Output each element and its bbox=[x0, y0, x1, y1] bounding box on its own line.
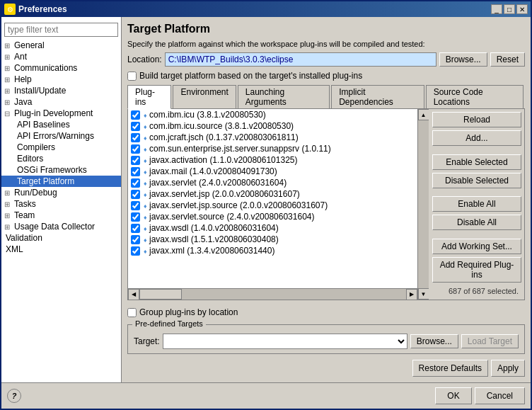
plugin-checkbox[interactable] bbox=[131, 110, 140, 120]
scroll-track[interactable] bbox=[139, 289, 406, 300]
sidebar-item-xml[interactable]: XML bbox=[1, 244, 121, 255]
plugin-icon: ⬧ bbox=[143, 110, 148, 119]
sidebar-item-plugin-dev[interactable]: ⊟ Plug-in Development bbox=[1, 108, 121, 119]
build-target-row: Build target platform based on the targe… bbox=[127, 71, 525, 81]
tab-environment[interactable]: Environment bbox=[173, 85, 236, 108]
footer: ? OK Cancel bbox=[1, 382, 531, 409]
right-panel: Target Platform Specify the platform aga… bbox=[122, 17, 531, 382]
plugin-list[interactable]: ⬧ com.ibm.icu (3.8.1.v20080530) ⬧ com.ib… bbox=[128, 109, 417, 288]
scroll-up-button[interactable]: ▲ bbox=[418, 109, 429, 120]
plugin-checkbox[interactable] bbox=[131, 224, 140, 233]
load-target-button[interactable]: Load Target bbox=[461, 334, 519, 348]
ok-button[interactable]: OK bbox=[435, 387, 471, 404]
sidebar-item-ant[interactable]: ⊞ Ant bbox=[1, 51, 121, 62]
sidebar-item-editors[interactable]: Editors bbox=[1, 153, 121, 164]
minimize-button[interactable]: _ bbox=[491, 4, 502, 14]
sidebar-item-usage[interactable]: ⊞ Usage Data Collector bbox=[1, 221, 121, 232]
sidebar-item-help[interactable]: ⊞ Help bbox=[1, 74, 121, 85]
plugin-icon: ⬧ bbox=[143, 246, 148, 255]
apply-button[interactable]: Apply bbox=[491, 360, 525, 377]
plugin-name: javax.wsdl (1.5.1.v200806030408) bbox=[149, 234, 279, 244]
expand-icon: ⊟ bbox=[4, 110, 13, 118]
search-input[interactable] bbox=[4, 23, 118, 37]
sidebar-item-target-platform[interactable]: Target Platform bbox=[1, 176, 121, 187]
reload-button[interactable]: Reload bbox=[432, 112, 521, 127]
scroll-right-button[interactable]: ▶ bbox=[406, 289, 417, 300]
group-checkbox-row: Group plug-ins by location bbox=[127, 304, 525, 320]
disable-selected-button[interactable]: Disable Selected bbox=[432, 173, 521, 188]
restore-defaults-button[interactable]: Restore Defaults bbox=[412, 360, 488, 377]
scroll-left-button[interactable]: ◀ bbox=[128, 289, 139, 300]
sidebar-item-tasks[interactable]: ⊞ Tasks bbox=[1, 198, 121, 210]
plugin-icon: ⬧ bbox=[143, 167, 148, 176]
plugin-checkbox[interactable] bbox=[131, 246, 140, 256]
enable-selected-button[interactable]: Enable Selected bbox=[432, 154, 521, 170]
list-item: ⬧ javax.wsdl (1.5.1.v200806030408) bbox=[128, 234, 417, 245]
plugin-checkbox[interactable] bbox=[131, 235, 140, 244]
plugin-checkbox[interactable] bbox=[131, 178, 140, 188]
plugin-checkbox[interactable] bbox=[131, 122, 140, 131]
plugin-name: com.sun.enterprise.jst.server.sunappsrv … bbox=[149, 144, 331, 154]
add-button[interactable]: Add... bbox=[432, 130, 521, 146]
maximize-button[interactable]: □ bbox=[504, 4, 515, 14]
window-title: Preferences bbox=[18, 4, 67, 14]
cancel-button[interactable]: Cancel bbox=[475, 387, 525, 404]
scroll-thumb[interactable] bbox=[139, 289, 182, 300]
plugin-checkbox[interactable] bbox=[131, 156, 140, 165]
expand-icon: ⊞ bbox=[4, 64, 13, 72]
horizontal-scrollbar[interactable]: ◀ ▶ bbox=[128, 288, 417, 300]
vertical-scrollbar[interactable]: ▲ ▼ bbox=[417, 109, 429, 300]
sidebar-item-team[interactable]: ⊞ Team bbox=[1, 210, 121, 221]
search-box bbox=[4, 23, 118, 37]
browse-target-button[interactable]: Browse... bbox=[410, 334, 458, 348]
disable-all-button[interactable]: Disable All bbox=[432, 215, 521, 230]
browse-button[interactable]: Browse... bbox=[439, 52, 487, 67]
location-row: Location: Browse... Reset bbox=[127, 52, 525, 67]
location-label: Location: bbox=[127, 55, 162, 64]
sidebar-item-install-update[interactable]: ⊞ Install/Update bbox=[1, 85, 121, 96]
location-input[interactable] bbox=[165, 52, 436, 67]
enable-all-button[interactable]: Enable All bbox=[432, 196, 521, 212]
plugin-icon: ⬧ bbox=[143, 133, 148, 142]
sidebar-item-osgi[interactable]: OSGi Frameworks bbox=[1, 164, 121, 176]
reset-button[interactable]: Reset bbox=[490, 52, 525, 67]
plugin-name: com.jcraft.jsch (0.1.37.v200803061811) bbox=[149, 132, 299, 142]
close-button[interactable]: ✕ bbox=[516, 4, 528, 14]
tab-plugins[interactable]: Plug-ins bbox=[127, 85, 171, 109]
plugin-checkbox[interactable] bbox=[131, 133, 140, 142]
sidebar-item-run-debug[interactable]: ⊞ Run/Debug bbox=[1, 187, 121, 198]
sidebar-item-general[interactable]: ⊞ General bbox=[1, 40, 121, 51]
plugin-checkbox[interactable] bbox=[131, 201, 140, 210]
sidebar-item-communications[interactable]: ⊞ Communications bbox=[1, 62, 121, 74]
add-required-plugins-button[interactable]: Add Required Plug-ins bbox=[432, 257, 521, 283]
expand-icon: ⊞ bbox=[4, 189, 13, 197]
help-icon[interactable]: ? bbox=[7, 389, 21, 403]
build-target-checkbox[interactable] bbox=[127, 72, 137, 81]
tab-implicit[interactable]: Implicit Dependencies bbox=[331, 85, 424, 108]
plugin-checkbox[interactable] bbox=[131, 190, 140, 199]
plugin-name: com.ibm.icu.source (3.8.1.v20080530) bbox=[149, 121, 294, 131]
plugin-name: javax.servlet.source (2.4.0.v20080603160… bbox=[149, 212, 314, 222]
tab-source[interactable]: Source Code Locations bbox=[426, 85, 524, 108]
plugin-icon: ⬧ bbox=[143, 201, 148, 210]
sidebar-item-java[interactable]: ⊞ Java bbox=[1, 96, 121, 108]
group-by-location-checkbox[interactable] bbox=[127, 308, 137, 317]
sidebar-item-api-baselines[interactable]: API Baselines bbox=[1, 119, 121, 130]
plugin-checkbox[interactable] bbox=[131, 212, 140, 222]
list-item: ⬧ javax.servlet (2.4.0.v200806031604) bbox=[128, 177, 417, 188]
plugin-checkbox[interactable] bbox=[131, 144, 140, 154]
tab-launching[interactable]: Launching Arguments bbox=[238, 85, 330, 108]
expand-icon: ⊞ bbox=[4, 212, 13, 220]
sidebar-item-api-errors[interactable]: API Errors/Warnings bbox=[1, 130, 121, 142]
sidebar-item-compilers[interactable]: Compilers bbox=[1, 142, 121, 153]
add-working-set-button[interactable]: Add Working Set... bbox=[432, 239, 521, 254]
target-select[interactable] bbox=[163, 334, 407, 349]
panel-title: Target Platform bbox=[127, 23, 525, 35]
plugin-icon: ⬧ bbox=[143, 212, 148, 221]
expand-icon: ⊞ bbox=[4, 53, 13, 61]
scroll-track[interactable] bbox=[418, 120, 429, 288]
plugin-checkbox[interactable] bbox=[131, 167, 140, 176]
scroll-down-button[interactable]: ▼ bbox=[418, 288, 429, 300]
build-target-label: Build target platform based on the targe… bbox=[139, 71, 362, 81]
sidebar-item-validation[interactable]: Validation bbox=[1, 232, 121, 244]
